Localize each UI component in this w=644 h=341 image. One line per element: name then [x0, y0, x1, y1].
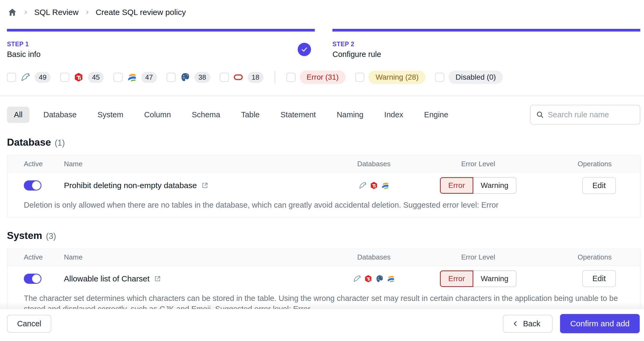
tab-database[interactable]: Database	[36, 107, 83, 123]
search-icon	[536, 111, 544, 119]
tidb-checkbox[interactable]	[60, 73, 69, 82]
table-header-row: Active Name Databases Error Level Operat…	[7, 156, 640, 172]
oceanbase-checkbox[interactable]	[113, 73, 122, 82]
engine-filter-postgresql: 38	[167, 72, 210, 83]
operations-cell: Edit	[538, 177, 619, 194]
footer-right-actions: Back Confirm and add	[503, 314, 640, 333]
search-input[interactable]	[548, 110, 634, 119]
table-row: Allowable list of Charset Error Warning …	[7, 266, 640, 292]
warning-filter-pill[interactable]: Warning (28)	[369, 71, 425, 84]
active-cell	[24, 180, 64, 191]
table-header-row: Active Name Databases Error Level Operat…	[7, 249, 640, 266]
error-filter-pill[interactable]: Error (31)	[300, 71, 346, 84]
oracle-checkbox[interactable]	[220, 73, 229, 82]
tab-all[interactable]: All	[7, 107, 29, 123]
breadcrumb-sql-review[interactable]: SQL Review	[34, 8, 79, 17]
active-cell	[24, 274, 64, 284]
mysql-icon	[20, 72, 30, 82]
oceanbase-icon	[381, 181, 389, 190]
external-link-icon[interactable]	[154, 275, 161, 282]
tab-schema[interactable]: Schema	[185, 107, 227, 123]
external-link-icon[interactable]	[201, 182, 209, 189]
step-1-label: STEP 1	[7, 41, 315, 48]
col-error-level: Error Level	[418, 160, 538, 168]
level-filter-error: Error (31)	[286, 71, 346, 84]
oceanbase-icon	[127, 72, 137, 82]
section-divider	[0, 96, 644, 96]
breadcrumb-current-page: Create SQL review policy	[96, 8, 186, 17]
oceanbase-count-badge: 47	[141, 72, 157, 83]
back-button[interactable]: Back	[503, 315, 553, 333]
error-level-error-button[interactable]: Error	[440, 270, 473, 287]
rule-name-cell: Prohibit deleting non-empty database	[64, 181, 330, 190]
col-active: Active	[24, 160, 64, 168]
tab-statement[interactable]: Statement	[274, 107, 323, 123]
oracle-icon	[233, 72, 243, 82]
warning-checkbox[interactable]	[355, 73, 364, 82]
error-level-warning-button[interactable]: Warning	[473, 177, 516, 194]
error-level-error-button[interactable]: Error	[440, 177, 473, 194]
rule-description: Deletion is only allowed when there are …	[7, 199, 640, 218]
home-icon[interactable]	[7, 7, 17, 17]
rule-name: Prohibit deleting non-empty database	[64, 181, 197, 190]
category-tabs: All Database System Column Schema Table …	[7, 107, 455, 123]
rule-active-toggle[interactable]	[24, 274, 41, 284]
postgresql-checkbox[interactable]	[167, 73, 176, 82]
step-1: STEP 1 Basic info	[7, 29, 315, 59]
col-databases: Databases	[330, 160, 418, 168]
tab-system[interactable]: System	[90, 107, 130, 123]
edit-button[interactable]: Edit	[582, 177, 616, 194]
filter-divider	[275, 71, 275, 83]
step-2: STEP 2 Configure rule	[332, 29, 640, 59]
chevron-left-icon	[512, 320, 519, 327]
confirm-and-add-button[interactable]: Confirm and add	[560, 314, 640, 333]
level-filter-disabled: Disabled (0)	[435, 71, 503, 84]
engine-filter-oracle: 18	[220, 72, 263, 83]
mysql-icon	[353, 274, 361, 283]
section-count: (3)	[46, 231, 56, 241]
oracle-count-badge: 18	[248, 72, 263, 83]
step-indicator: STEP 1 Basic info STEP 2 Configure rule	[7, 29, 640, 59]
postgresql-icon	[375, 274, 384, 283]
chevron-right-icon	[85, 10, 90, 15]
tab-engine[interactable]: Engine	[417, 107, 455, 123]
col-operations: Operations	[538, 253, 619, 261]
tab-index[interactable]: Index	[377, 107, 410, 123]
mysql-checkbox[interactable]	[7, 73, 16, 82]
postgresql-icon	[180, 72, 190, 82]
disabled-filter-pill[interactable]: Disabled (0)	[448, 71, 503, 84]
error-level-warning-button[interactable]: Warning	[473, 270, 516, 287]
mysql-icon	[358, 181, 367, 190]
engine-filter-mysql: 49	[7, 72, 51, 83]
col-active: Active	[24, 253, 64, 261]
section-heading-system: System (3)	[7, 230, 640, 241]
cancel-button[interactable]: Cancel	[7, 315, 51, 333]
database-rules-table: Active Name Databases Error Level Operat…	[7, 156, 640, 218]
error-checkbox[interactable]	[286, 73, 296, 82]
edit-button[interactable]: Edit	[582, 270, 616, 287]
operations-cell: Edit	[538, 270, 619, 287]
col-databases: Databases	[330, 253, 418, 261]
tidb-icon	[364, 274, 373, 283]
rule-active-toggle[interactable]	[24, 180, 41, 191]
tab-table[interactable]: Table	[234, 107, 266, 123]
chevron-right-icon	[23, 10, 28, 15]
engine-filter-tidb: 45	[60, 72, 104, 83]
col-operations: Operations	[538, 160, 619, 168]
oceanbase-icon	[386, 274, 395, 283]
tab-column[interactable]: Column	[137, 107, 178, 123]
postgresql-count-badge: 38	[194, 72, 210, 83]
error-level-cell: Error Warning	[418, 177, 538, 194]
disabled-checkbox[interactable]	[435, 73, 444, 82]
tab-naming[interactable]: Naming	[330, 107, 370, 123]
section-count: (1)	[55, 138, 65, 148]
footer-action-bar: Cancel Back Confirm and add	[0, 309, 644, 341]
step-2-title: Configure rule	[332, 50, 640, 59]
rule-name-cell: Allowable list of Charset	[64, 274, 330, 283]
rule-name: Allowable list of Charset	[64, 274, 150, 283]
col-name: Name	[64, 253, 330, 261]
error-level-cell: Error Warning	[418, 270, 538, 287]
step-1-title: Basic info	[7, 50, 315, 59]
step-complete-check-icon	[298, 43, 311, 56]
tidb-count-badge: 45	[88, 72, 104, 83]
